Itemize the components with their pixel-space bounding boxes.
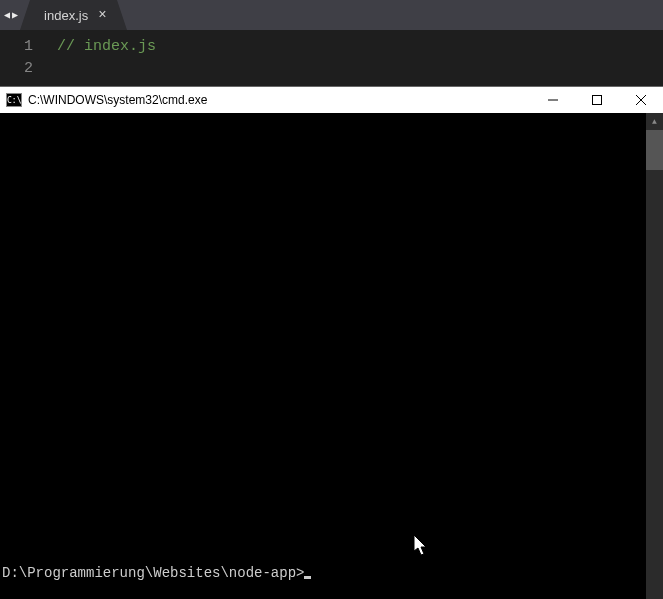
scroll-up-arrow-icon[interactable]: ▲ [646, 113, 663, 130]
tab-next-icon[interactable]: ▶ [12, 9, 18, 21]
minimize-button[interactable] [531, 87, 575, 113]
cmd-titlebar[interactable]: C:\ C:\WINDOWS\system32\cmd.exe [0, 87, 663, 113]
close-tab-icon[interactable]: × [98, 7, 106, 23]
cmd-app-icon: C:\ [6, 93, 22, 107]
maximize-button[interactable] [575, 87, 619, 113]
minimize-icon [548, 95, 558, 105]
tab-previous-icon[interactable]: ◀ [4, 9, 10, 21]
cmd-title-text: C:\WINDOWS\system32\cmd.exe [28, 93, 207, 107]
cmd-body[interactable]: ▲ D:\Programmierung\Websites\node-app> [0, 113, 663, 599]
cmd-scrollbar[interactable]: ▲ [646, 113, 663, 599]
tab-navigation: ◀ ▶ [0, 9, 22, 21]
line-number: 1 [0, 36, 45, 58]
file-tab-label: index.js [44, 8, 88, 23]
code-editor[interactable]: 1 2 // index.js [0, 30, 663, 86]
cmd-cursor [304, 576, 311, 579]
maximize-icon [592, 95, 602, 105]
cmd-prompt-line: D:\Programmierung\Websites\node-app> [2, 565, 311, 581]
cmd-title-area: C:\ C:\WINDOWS\system32\cmd.exe [6, 93, 207, 107]
cmd-window: C:\ C:\WINDOWS\system32\cmd.exe ▲ D:\Pro… [0, 86, 663, 599]
line-number-gutter: 1 2 [0, 30, 45, 86]
scroll-thumb[interactable] [646, 130, 663, 170]
editor-tab-bar: ◀ ▶ index.js × [0, 0, 663, 30]
window-controls [531, 87, 663, 113]
close-button[interactable] [619, 87, 663, 113]
svg-rect-1 [593, 96, 602, 105]
file-tab[interactable]: index.js × [30, 0, 116, 30]
code-comment: // index.js [57, 38, 156, 55]
cmd-prompt-text: D:\Programmierung\Websites\node-app> [2, 565, 304, 581]
line-number: 2 [0, 58, 45, 80]
code-line: // index.js [57, 36, 156, 58]
close-icon [636, 95, 646, 105]
code-content[interactable]: // index.js [45, 30, 156, 86]
